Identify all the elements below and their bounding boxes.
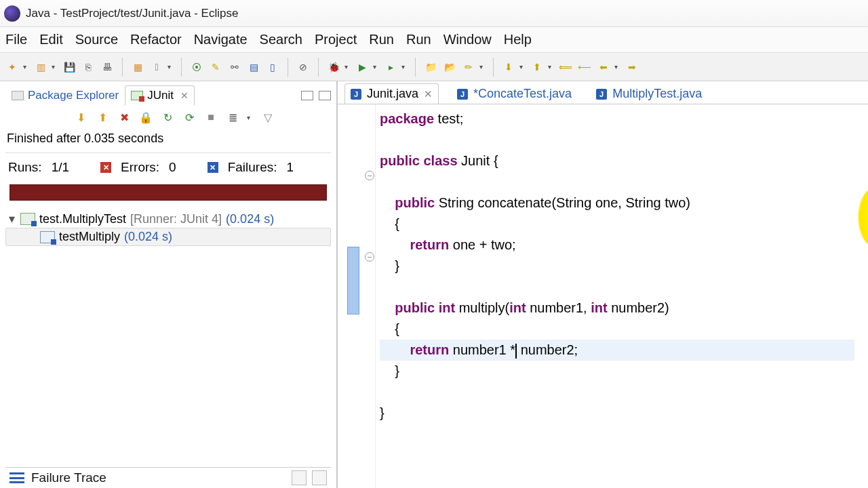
change-marker	[347, 247, 359, 314]
runs-label: Runs:	[8, 160, 42, 175]
code-editor[interactable]: – – package test; public class Junit { p…	[338, 104, 868, 488]
refresh-icon[interactable]: 🟳	[149, 59, 165, 75]
fold-icon[interactable]: –	[365, 252, 374, 262]
failures-label: Failures:	[228, 160, 277, 175]
dropdown-icon[interactable]: ▾	[373, 63, 380, 70]
prev-failure-icon[interactable]: ⬆	[95, 110, 110, 125]
view-tab-bar: Package Explorer JUnit ✕	[5, 84, 331, 107]
editor-tab-junit[interactable]: J Junit.java ✕	[344, 83, 439, 104]
next-annotation-icon[interactable]: ⬇	[500, 59, 517, 75]
open-project-icon[interactable]: 📂	[441, 59, 458, 75]
editor-tab-label: *ConcateTest.java	[473, 87, 572, 101]
back-arrow-icon[interactable]: ⬅	[595, 59, 612, 75]
save-icon[interactable]: 💾	[61, 59, 77, 75]
outline-icon[interactable]: ▤	[245, 59, 262, 75]
main-toolbar: ✦▾ ▥▾ 💾 ⎘ 🖶 ▦ 🟳▾ ⦿ ✎ ⚯ ▤ ▯ ⊘ 🐞▾ ▶▾ ▸▾ 📁 …	[0, 53, 868, 81]
new-project-icon[interactable]: 📁	[422, 59, 439, 75]
menu-project[interactable]: Project	[315, 32, 357, 47]
package-icon[interactable]: ▦	[130, 59, 146, 75]
filter-trace-icon[interactable]	[312, 470, 327, 485]
tree-root-runner: [Runner: JUnit 4]	[130, 212, 222, 226]
scroll-lock-icon[interactable]: 🔒	[138, 110, 153, 125]
new-icon[interactable]: ✦	[4, 59, 20, 75]
dropdown-icon[interactable]: ▾	[548, 63, 555, 70]
next-failure-icon[interactable]: ⬇	[73, 110, 88, 125]
prev-annotation-icon[interactable]: ⬆	[529, 59, 545, 75]
editor-tab-label: MultiplyTest.java	[612, 87, 702, 101]
code-content[interactable]: package test; public class Junit { publi…	[338, 104, 868, 424]
minimize-view-icon[interactable]	[301, 91, 313, 100]
junit-counts: Runs: 1/1 ✕ Errors: 0 ✕ Failures: 1	[5, 153, 331, 182]
maximize-view-icon[interactable]	[319, 91, 331, 100]
editor-tab-label: Junit.java	[367, 87, 418, 101]
tree-root-time: (0.024 s)	[226, 212, 274, 226]
failures-value: 1	[287, 160, 294, 175]
tree-child-row[interactable]: testMultiply (0.024 s)	[5, 228, 331, 246]
edit-icon[interactable]: ✏	[460, 59, 477, 75]
dropdown-icon[interactable]: ▾	[167, 63, 174, 70]
menu-bar: File Edit Source Refactor Navigate Searc…	[0, 27, 868, 53]
dropdown-icon[interactable]: ▾	[23, 63, 30, 70]
menu-navigate[interactable]: Navigate	[194, 32, 248, 47]
menu-file[interactable]: File	[5, 32, 27, 47]
dropdown-icon[interactable]: ▾	[614, 63, 621, 70]
menu-refactor[interactable]: Refactor	[130, 32, 182, 47]
failure-trace-panel: Failure Trace	[5, 467, 331, 488]
view-menu-icon[interactable]: ▽	[260, 110, 275, 125]
editor-tab-concate[interactable]: J *ConcateTest.java	[451, 83, 578, 104]
dropdown-icon[interactable]: ▾	[344, 63, 351, 70]
show-failures-icon[interactable]: ✖	[117, 110, 132, 125]
dropdown-icon[interactable]: ▾	[247, 114, 254, 121]
errors-label: Errors:	[121, 160, 159, 175]
dropdown-icon[interactable]: ▾	[519, 63, 526, 70]
rerun-failed-icon[interactable]: ⟳	[182, 110, 197, 125]
back-nav-icon[interactable]: ⟵	[576, 59, 593, 75]
menu-source[interactable]: Source	[75, 32, 118, 47]
dropdown-icon[interactable]: ▾	[479, 63, 486, 70]
forward-arrow-icon[interactable]: ➡	[624, 59, 640, 75]
print-icon[interactable]: 🖶	[99, 59, 115, 75]
dropdown-icon[interactable]: ▾	[401, 63, 408, 70]
package-explorer-icon	[12, 91, 24, 100]
tree-root-row[interactable]: ▾ test.MultiplyTest [Runner: JUnit 4] (0…	[5, 210, 331, 228]
dropdown-icon[interactable]: ▾	[52, 63, 58, 70]
history-icon[interactable]: ≣	[225, 110, 240, 125]
menu-help[interactable]: Help	[504, 32, 532, 47]
collapse-icon[interactable]: ▾	[7, 211, 16, 226]
stop-icon[interactable]: ■	[203, 110, 218, 125]
tab-label: Package Explorer	[28, 89, 119, 102]
save-all-icon[interactable]: ▥	[33, 59, 49, 75]
back-icon[interactable]: ⟸	[557, 59, 574, 75]
fold-icon[interactable]: –	[365, 171, 374, 180]
skip-breakpoints-icon[interactable]: ⊘	[295, 59, 311, 75]
menu-run2[interactable]: Run	[406, 32, 431, 47]
menu-search[interactable]: Search	[260, 32, 302, 47]
compare-icon[interactable]	[292, 470, 307, 485]
junit-result-tree: ▾ test.MultiplyTest [Runner: JUnit 4] (0…	[5, 209, 331, 247]
menu-edit[interactable]: Edit	[39, 32, 62, 47]
window-title: Java - TestProject/test/Junit.java - Ecl…	[26, 7, 238, 20]
junit-progress-bar	[9, 184, 327, 201]
runs-value: 1/1	[52, 160, 69, 175]
run-last-icon[interactable]: ▸	[382, 59, 399, 75]
eclipse-icon	[4, 5, 20, 22]
close-icon[interactable]: ✕	[424, 88, 433, 100]
run-icon[interactable]: ▶	[354, 59, 370, 75]
debug-icon[interactable]: 🐞	[326, 59, 342, 75]
junit-icon	[131, 91, 143, 100]
menu-window[interactable]: Window	[443, 32, 492, 47]
editor-tab-multiply[interactable]: J MultiplyTest.java	[590, 83, 708, 104]
open-type-icon[interactable]: ⦿	[189, 59, 205, 75]
tab-junit[interactable]: JUnit ✕	[125, 85, 195, 106]
highlighter-icon[interactable]: ✎	[208, 59, 224, 75]
tab-package-explorer[interactable]: Package Explorer	[5, 85, 125, 106]
junit-toolbar: ⬇ ⬆ ✖ 🔒 ↻ ⟳ ■ ≣▾ ▽	[5, 107, 331, 127]
java-file-icon: J	[351, 89, 361, 100]
rerun-icon[interactable]: ↻	[160, 110, 175, 125]
tree-child-time: (0.024 s)	[124, 230, 172, 244]
bookmark-icon[interactable]: ▯	[264, 59, 281, 75]
link-icon[interactable]: ⚯	[226, 59, 243, 75]
menu-run[interactable]: Run	[369, 32, 394, 47]
close-icon[interactable]: ✕	[180, 90, 189, 101]
save-copy-icon[interactable]: ⎘	[80, 59, 96, 75]
